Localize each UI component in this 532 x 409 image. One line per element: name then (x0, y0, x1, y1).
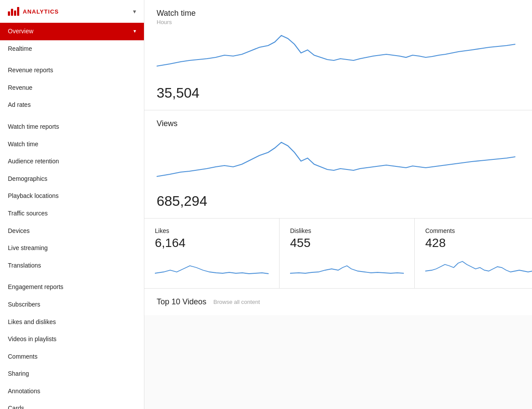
sidebar-item-ad-rates[interactable]: Ad rates (0, 96, 144, 114)
sidebar-item-videos-in-playlists-label: Videos in playlists (8, 335, 56, 342)
watch-time-title: Watch time (157, 9, 520, 18)
sidebar-item-demographics-label: Demographics (8, 175, 47, 182)
sidebar-item-watch-time[interactable]: Watch time (0, 136, 144, 153)
sidebar-item-revenue[interactable]: Revenue (0, 79, 144, 97)
sidebar-item-comments[interactable]: Comments (0, 348, 144, 366)
stats-row: Likes 6,164 Dislikes 455 Comments 428 (144, 219, 532, 289)
sidebar-item-traffic-sources-label: Traffic sources (8, 210, 48, 217)
sidebar-item-translations[interactable]: Translations (0, 257, 144, 275)
sidebar-item-sharing-label: Sharing (8, 370, 29, 377)
views-value: 685,294 (157, 193, 520, 209)
sidebar-item-realtime[interactable]: Realtime (0, 40, 144, 58)
sidebar-item-playback-locations-label: Playback locations (8, 192, 59, 199)
sidebar-item-audience-retention[interactable]: Audience retention (0, 153, 144, 170)
sidebar-item-watch-time-label: Watch time (8, 141, 38, 148)
sidebar-item-revenue-label: Revenue (8, 84, 32, 91)
sidebar-item-watch-time-reports[interactable]: Watch time reports (0, 118, 144, 136)
dislikes-label: Dislikes (290, 227, 404, 234)
top-videos-section: Top 10 Videos Browse all content (144, 289, 532, 315)
dislikes-value: 455 (290, 236, 404, 250)
analytics-title: ANALYTICS (23, 8, 59, 15)
sidebar-item-likes-and-dislikes-label: Likes and dislikes (8, 318, 56, 325)
watch-time-value: 35,504 (157, 85, 520, 101)
analytics-icon (8, 7, 19, 16)
views-section: Views 685,294 (144, 110, 532, 219)
browse-all-content-link[interactable]: Browse all content (214, 299, 260, 305)
sidebar-item-annotations-label: Annotations (8, 388, 40, 395)
sidebar-item-likes-and-dislikes[interactable]: Likes and dislikes (0, 314, 144, 331)
sidebar-item-cards-label: Cards (8, 405, 24, 409)
sidebar-item-overview-chevron: ▾ (133, 28, 136, 35)
sidebar-item-live-streaming[interactable]: Live streaming (0, 240, 144, 257)
sidebar-item-translations-label: Translations (8, 262, 41, 269)
sidebar-item-engagement-reports[interactable]: Engagement reports (0, 279, 144, 296)
comments-value: 428 (425, 236, 532, 250)
sidebar-item-audience-retention-label: Audience retention (8, 158, 59, 165)
sidebar-item-annotations[interactable]: Annotations (0, 383, 144, 400)
sidebar-item-devices[interactable]: Devices (0, 222, 144, 240)
sidebar-item-revenue-reports-label: Revenue reports (8, 67, 53, 74)
sidebar: ANALYTICS ▾ Overview ▾ Realtime Revenue … (0, 0, 144, 409)
sidebar-item-watch-time-reports-label: Watch time reports (8, 123, 59, 130)
sidebar-item-subscribers[interactable]: Subscribers (0, 296, 144, 314)
sidebar-item-realtime-label: Realtime (8, 45, 32, 52)
sidebar-item-demographics[interactable]: Demographics (0, 170, 144, 188)
comments-mini-chart (425, 254, 532, 280)
views-chart (157, 133, 515, 190)
sidebar-item-cards[interactable]: Cards (0, 400, 144, 409)
watch-time-subtitle: Hours (157, 19, 520, 25)
sidebar-item-overview-label: Overview (8, 27, 33, 36)
watch-time-section: Watch time Hours 35,504 (144, 0, 532, 110)
views-title: Views (157, 119, 520, 128)
likes-label: Likes (155, 227, 269, 234)
likes-value: 6,164 (155, 236, 269, 250)
top-videos-title: Top 10 Videos (157, 297, 206, 307)
sidebar-item-live-streaming-label: Live streaming (8, 244, 48, 251)
dislikes-mini-chart (290, 254, 404, 280)
comments-label: Comments (425, 227, 532, 234)
sidebar-item-ad-rates-label: Ad rates (8, 101, 31, 108)
analytics-chevron-icon: ▾ (133, 8, 136, 15)
sidebar-item-traffic-sources[interactable]: Traffic sources (0, 205, 144, 222)
sidebar-item-engagement-reports-label: Engagement reports (8, 283, 63, 290)
sidebar-item-subscribers-label: Subscribers (8, 301, 40, 308)
sidebar-item-playback-locations[interactable]: Playback locations (0, 187, 144, 205)
sidebar-item-videos-in-playlists[interactable]: Videos in playlists (0, 331, 144, 348)
stat-card-dislikes: Dislikes 455 (280, 219, 415, 288)
stat-card-comments: Comments 428 (415, 219, 532, 288)
sidebar-item-overview[interactable]: Overview ▾ (0, 23, 144, 40)
sidebar-item-revenue-reports[interactable]: Revenue reports (0, 62, 144, 79)
sidebar-item-devices-label: Devices (8, 227, 30, 234)
sidebar-item-sharing[interactable]: Sharing (0, 365, 144, 383)
analytics-header[interactable]: ANALYTICS ▾ (0, 0, 144, 23)
sidebar-item-comments-label: Comments (8, 353, 38, 360)
main-content: Watch time Hours 35,504 Views 685,294 Li… (144, 0, 532, 409)
likes-mini-chart (155, 254, 269, 280)
watch-time-chart (157, 29, 515, 81)
stat-card-likes: Likes 6,164 (144, 219, 280, 288)
